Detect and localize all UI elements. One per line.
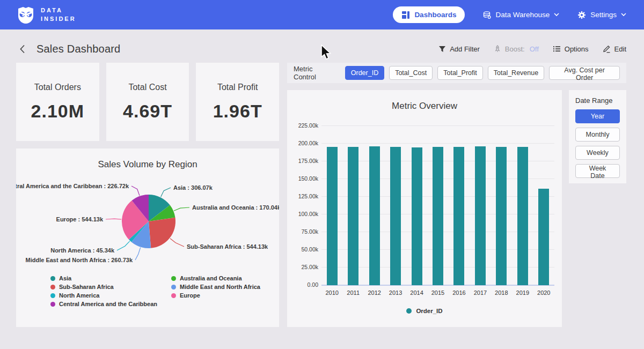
- kpi-value: 2.10M: [31, 101, 85, 122]
- nav-settings-label: Settings: [590, 11, 617, 19]
- pie-label-sub-saharan-africa: Sub-Saharan Africa : 544.13k: [187, 243, 268, 250]
- y-tick-label: 50.00k: [288, 246, 318, 253]
- back-chevron-icon: [20, 44, 25, 54]
- logo-text-line1: DATA: [41, 6, 76, 15]
- date-range-panel: Date Range YearMonthlyWeeklyWeek Date: [569, 90, 626, 183]
- options-button[interactable]: Options: [553, 45, 589, 53]
- bar-2019[interactable]: [517, 147, 528, 286]
- y-tick-label: 100.00k: [288, 211, 318, 217]
- metric-option-avg-cost-per-order[interactable]: Avg. Cost per Order: [549, 66, 620, 80]
- metric-option-total-revenue[interactable]: Total_Revenue: [488, 66, 544, 80]
- pie-legend-item-europe[interactable]: Europe: [171, 291, 260, 300]
- owl-logo-icon: [16, 5, 35, 25]
- bar-chart-card: Metric Overview 0.0025.00k50.00k75.00k10…: [287, 90, 562, 327]
- edit-pencil-icon: [603, 45, 611, 53]
- legend-label: Sub-Saharan Africa: [59, 284, 114, 290]
- pie-leader-line: [131, 186, 140, 196]
- bar-2016[interactable]: [453, 147, 464, 285]
- nav-data-warehouse[interactable]: Data Warehouse: [483, 11, 559, 19]
- pie-label-europe: Europe : 544.13k: [56, 216, 104, 222]
- x-tick-label: 2014: [406, 289, 427, 296]
- x-tick-label: 2018: [491, 289, 512, 296]
- logo-text-line2: INSIDER: [41, 15, 76, 24]
- x-tick-label: 2012: [364, 289, 385, 296]
- legend-dot: [50, 293, 55, 298]
- pie-legend-item-sub-saharan-africa[interactable]: Sub-Saharan Africa: [50, 283, 157, 291]
- x-tick-label: 2011: [342, 289, 363, 296]
- legend-dot: [50, 276, 55, 281]
- metric-option-total-cost[interactable]: Total_Cost: [389, 66, 433, 80]
- bar-2012[interactable]: [369, 146, 380, 286]
- filter-icon: [438, 46, 446, 53]
- y-tick-label: 0.00: [288, 281, 318, 288]
- back-button[interactable]: [16, 42, 29, 55]
- pie-slice-sub-saharan-africa[interactable]: [149, 218, 175, 248]
- x-tick-label: 2019: [512, 289, 533, 296]
- date-range-option-week-date[interactable]: Week Date: [575, 164, 620, 178]
- add-filter-button[interactable]: Add Filter: [438, 45, 480, 53]
- pie-legend-item-australia-and-oceania[interactable]: Australia and Oceania: [171, 274, 260, 283]
- app-logo: DATA INSIDER: [16, 5, 76, 25]
- pie-leader-line: [135, 248, 141, 260]
- date-range-label: Date Range: [575, 96, 620, 105]
- date-range-option-year[interactable]: Year: [575, 109, 620, 123]
- kpi-label: Total Orders: [34, 83, 81, 92]
- bar-2017[interactable]: [475, 146, 486, 285]
- navbar: DATA INSIDER Dashboards Data Warehouse: [0, 0, 644, 29]
- nav-dashboards-button[interactable]: Dashboards: [393, 6, 465, 23]
- date-range-option-monthly[interactable]: Monthly: [575, 128, 620, 142]
- y-tick-label: 200.00k: [288, 140, 318, 146]
- edit-button[interactable]: Edit: [603, 45, 626, 53]
- chevron-down-icon: [554, 13, 559, 17]
- bar-2014[interactable]: [412, 147, 422, 286]
- bar-2020[interactable]: [538, 189, 549, 285]
- y-tick-label: 150.00k: [288, 175, 318, 182]
- metric-option-order-id[interactable]: Order_ID: [345, 66, 384, 80]
- pie-label-middle-east-and-north-africa: Middle East and North Africa : 260.73k: [26, 257, 133, 263]
- pie-chart-title: Sales Volume by Region: [16, 148, 279, 170]
- legend-label: Central America and the Caribbean: [59, 301, 157, 307]
- metric-control-options: Order_IDTotal_CostTotal_ProfitTotal_Reve…: [345, 66, 620, 80]
- legend-label: Europe: [180, 292, 200, 299]
- pie-leader-line: [161, 188, 171, 197]
- x-tick-label: 2020: [533, 289, 554, 296]
- legend-dot: [406, 308, 412, 314]
- metric-control-bar: Metric Control Order_IDTotal_CostTotal_P…: [287, 63, 626, 83]
- bar-chart-plot: 0.0025.00k50.00k75.00k100.00k125.00k150.…: [321, 125, 554, 285]
- pie-legend-item-central-america-and-the-caribbean[interactable]: Central America and the Caribbean: [50, 300, 157, 308]
- legend-label: Middle East and North Africa: [180, 284, 260, 290]
- y-tick-label: 225.00k: [288, 122, 318, 129]
- date-range-option-weekly[interactable]: Weekly: [575, 146, 620, 160]
- pie-legend: AsiaSub-Saharan AfricaNorth AmericaCentr…: [50, 274, 260, 308]
- pie-label-asia: Asia : 306.07k: [173, 184, 213, 191]
- pie-label-australia-and-oceania: Australia and Oceania : 170.04k: [192, 204, 279, 211]
- metric-control-label: Metric Control: [294, 65, 337, 81]
- bar-chart-legend[interactable]: Order_ID: [287, 308, 562, 314]
- bar-2011[interactable]: [348, 147, 358, 285]
- bar-2015[interactable]: [433, 147, 443, 285]
- nav-settings[interactable]: Settings: [577, 11, 626, 19]
- kpi-value: 1.96T: [213, 101, 262, 122]
- page-title: Sales Dashboard: [36, 43, 120, 55]
- nav-data-warehouse-label: Data Warehouse: [495, 11, 550, 19]
- pie-legend-item-middle-east-and-north-africa[interactable]: Middle East and North Africa: [171, 283, 260, 291]
- legend-label: North America: [59, 292, 99, 299]
- bar-2018[interactable]: [496, 147, 507, 285]
- kpi-card-total-profit: Total Profit 1.96T: [196, 63, 279, 141]
- pie-legend-item-asia[interactable]: Asia: [50, 274, 157, 283]
- x-tick-label: 2016: [449, 289, 470, 296]
- bar-chart-title: Metric Overview: [287, 90, 562, 112]
- boost-toggle[interactable]: Boost:Off: [494, 45, 539, 53]
- y-tick-label: 175.00k: [288, 158, 318, 164]
- pie-legend-item-north-america[interactable]: North America: [50, 291, 157, 300]
- database-icon: [483, 11, 491, 19]
- metric-option-total-profit[interactable]: Total_Profit: [437, 66, 483, 80]
- legend-label: Australia and Oceania: [180, 275, 242, 281]
- bar-2010[interactable]: [327, 147, 338, 285]
- boost-label: Boost:: [505, 45, 525, 53]
- pie-chart: Asia : 306.07kAustralia and Oceania : 17…: [16, 173, 279, 269]
- kpi-label: Total Profit: [217, 83, 258, 92]
- options-label: Options: [565, 45, 589, 53]
- bar-2013[interactable]: [390, 147, 401, 285]
- kpi-label: Total Cost: [128, 83, 166, 92]
